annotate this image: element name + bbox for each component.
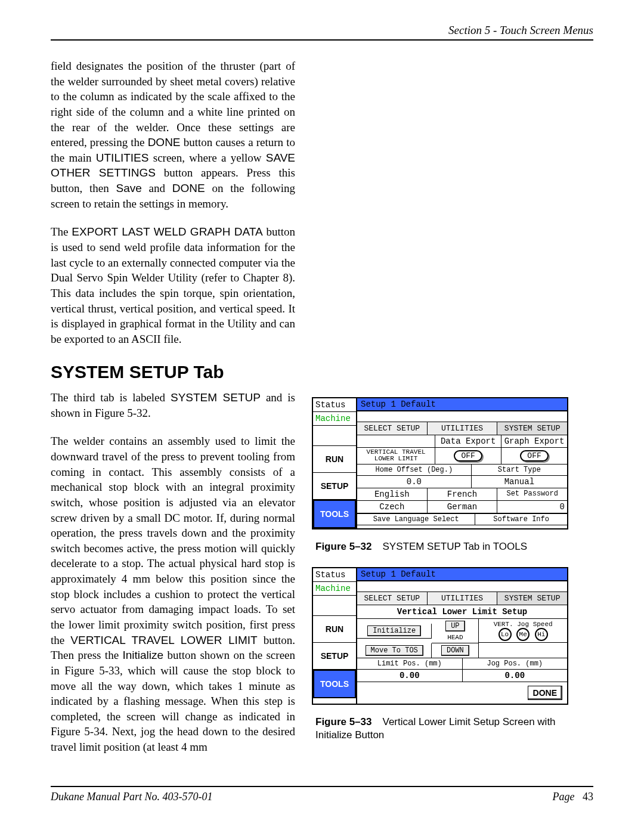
- limit-pos-value: 0.00: [357, 670, 463, 682]
- home-offset-label: Home Offset (Deg.): [357, 465, 472, 476]
- done-button[interactable]: DONE: [528, 686, 562, 700]
- title-bar: Setup 1 Default: [357, 398, 567, 411]
- graph-export-label: Graph Export: [501, 435, 567, 448]
- paragraph-2: The EXPORT LAST WELD GRAPH DATA button i…: [51, 224, 295, 346]
- save-language-button[interactable]: Save Language Select: [357, 514, 475, 525]
- section-label: Section 5 - Touch Screen Menus: [448, 24, 593, 36]
- data-export-off[interactable]: OFF: [454, 450, 482, 462]
- setup-button[interactable]: SETUP: [313, 473, 356, 500]
- title-bar: Setup 1 Default: [357, 568, 567, 581]
- tab-system-setup[interactable]: SYSTEM SETUP: [497, 422, 567, 435]
- set-password-label: Set Password: [497, 488, 567, 501]
- start-type-label: Start Type: [472, 465, 567, 476]
- figure-5-32-caption: Figure 5–32SYSTEM SETUP Tab in TOOLS: [315, 540, 593, 553]
- up-button[interactable]: UP: [445, 621, 465, 631]
- lang-czech[interactable]: Czech: [357, 501, 428, 513]
- manual-part-number: Dukane Manual Part No. 403-570-01: [51, 791, 212, 803]
- home-offset-value[interactable]: 0.0: [357, 476, 472, 488]
- tab-utilities[interactable]: UTILITIES: [428, 592, 498, 605]
- figure-5-33-caption: Figure 5–33Vertical Lower Limit Setup Sc…: [315, 716, 593, 742]
- jog-speed-label: VERT. Jog Speed: [494, 621, 553, 628]
- speed-hi[interactable]: Hi: [535, 628, 548, 641]
- jog-pos-value: 0.00: [463, 670, 568, 682]
- initialize-button[interactable]: Initialize: [367, 625, 421, 636]
- speed-lo[interactable]: Lo: [499, 628, 512, 641]
- right-column: Status Machine RUN SETUP TOOLS Setup 1 D…: [312, 58, 593, 755]
- figure-5-32-screenshot: Status Machine RUN SETUP TOOLS Setup 1 D…: [312, 397, 568, 529]
- vtll-button[interactable]: VERTICAL TRAVEL LOWER LIMIT: [357, 448, 435, 465]
- paragraph-4: The welder contains an assembly used to …: [51, 433, 295, 754]
- software-info-button[interactable]: Software Info: [475, 514, 567, 525]
- tab-system-setup[interactable]: SYSTEM SETUP: [497, 592, 567, 605]
- screen-heading: Vertical Lower Limit Setup: [357, 605, 567, 619]
- tab-select-setup[interactable]: SELECT SETUP: [357, 422, 428, 435]
- page-label: Page: [553, 791, 575, 803]
- head-label: HEAD: [447, 634, 463, 641]
- lang-german[interactable]: German: [428, 501, 498, 513]
- password-value[interactable]: 0: [497, 501, 567, 513]
- speed-me[interactable]: Me: [516, 628, 530, 641]
- run-button[interactable]: RUN: [313, 616, 356, 643]
- lang-french[interactable]: French: [428, 488, 498, 501]
- tools-button[interactable]: TOOLS: [313, 500, 356, 528]
- machine-label: Machine: [313, 412, 356, 426]
- graph-export-off[interactable]: OFF: [520, 450, 548, 462]
- paragraph-1: field designates the position of the thr…: [51, 58, 295, 211]
- setup-button[interactable]: SETUP: [313, 643, 356, 670]
- page-footer: Dukane Manual Part No. 403-570-01 Page 4…: [51, 786, 593, 803]
- run-button[interactable]: RUN: [313, 446, 356, 473]
- limit-pos-label: Limit Pos. (mm): [357, 658, 463, 670]
- left-column: field designates the position of the thr…: [51, 58, 295, 755]
- jog-pos-label: Jog Pos. (mm): [463, 658, 568, 670]
- tools-button[interactable]: TOOLS: [313, 670, 356, 698]
- tab-select-setup[interactable]: SELECT SETUP: [357, 592, 428, 605]
- paragraph-3: The third tab is labeled SYSTEM SETUP an…: [51, 390, 295, 420]
- section-heading: SYSTEM SETUP Tab: [51, 360, 295, 385]
- data-export-label: Data Export: [435, 435, 501, 448]
- page-number: 43: [583, 791, 593, 803]
- status-label: Status: [313, 398, 356, 412]
- move-to-tos-button[interactable]: Move To TOS: [366, 645, 423, 656]
- lang-english[interactable]: English: [357, 488, 428, 501]
- figure-5-33-screenshot: Status Machine RUN SETUP TOOLS Setup 1 D…: [312, 567, 568, 705]
- page-header: Section 5 - Touch Screen Menus: [51, 24, 593, 41]
- start-type-value[interactable]: Manual: [472, 476, 567, 488]
- tab-utilities[interactable]: UTILITIES: [428, 422, 498, 435]
- machine-label: Machine: [313, 582, 356, 596]
- status-label: Status: [313, 568, 356, 582]
- down-button[interactable]: DOWN: [441, 645, 469, 656]
